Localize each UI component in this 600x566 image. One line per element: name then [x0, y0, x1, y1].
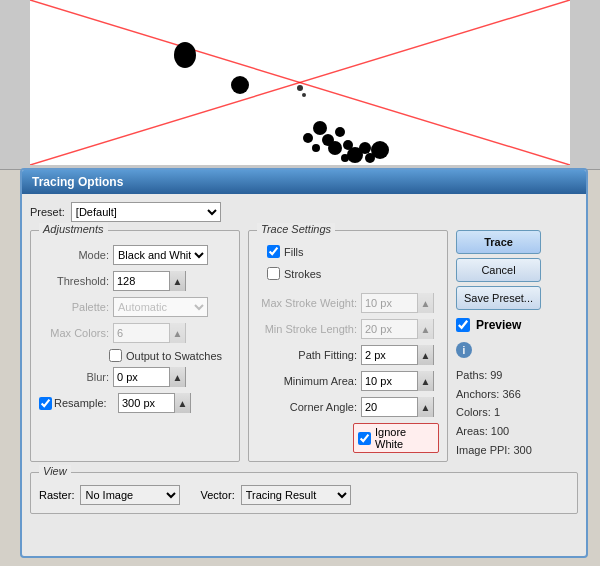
- mode-label: Mode:: [39, 249, 109, 261]
- adjustments-label: Adjustments: [39, 223, 108, 235]
- minimum-area-up-btn[interactable]: ▲: [417, 371, 433, 391]
- min-stroke-length-input: [362, 320, 417, 338]
- dialog-title: Tracing Options: [22, 170, 586, 194]
- threshold-row: Threshold: ▲: [39, 271, 231, 291]
- svg-point-7: [335, 127, 345, 137]
- threshold-up-btn[interactable]: ▲: [169, 271, 185, 291]
- resample-checkbox[interactable]: [39, 397, 52, 410]
- trace-settings-label: Trace Settings: [257, 223, 335, 235]
- svg-point-11: [359, 142, 371, 154]
- resample-spinner[interactable]: ▲: [118, 393, 191, 413]
- minimum-area-input[interactable]: [362, 372, 417, 390]
- max-colors-up-btn: ▲: [169, 323, 185, 343]
- path-fitting-up-btn[interactable]: ▲: [417, 345, 433, 365]
- ignore-white-row: Ignore White: [353, 423, 439, 453]
- fills-strokes-section: Fills Strokes: [257, 245, 439, 285]
- max-stroke-weight-spinner: ▲: [361, 293, 434, 313]
- svg-point-15: [371, 141, 389, 159]
- threshold-spinner[interactable]: ▲: [113, 271, 186, 291]
- output-swatches-label: Output to Swatches: [126, 350, 222, 362]
- threshold-label: Threshold:: [39, 275, 109, 287]
- svg-point-12: [341, 154, 349, 162]
- image-ppi-value: 300: [513, 444, 531, 456]
- threshold-input[interactable]: [114, 272, 169, 290]
- view-label: View: [39, 465, 71, 477]
- blur-up-btn[interactable]: ▲: [169, 367, 185, 387]
- strokes-checkbox[interactable]: [267, 267, 280, 280]
- trace-settings-group: Trace Settings Fills Strokes: [248, 230, 448, 462]
- svg-point-2: [174, 42, 196, 68]
- preview-checkbox[interactable]: [456, 318, 470, 332]
- blur-input[interactable]: [114, 368, 169, 386]
- min-stroke-length-spinner: ▲: [361, 319, 434, 339]
- resample-label: Resample:: [54, 397, 114, 409]
- corner-angle-input[interactable]: [362, 398, 417, 416]
- mode-select[interactable]: Black and White: [113, 245, 208, 265]
- output-swatches-row: Output to Swatches: [109, 349, 231, 362]
- trace-button[interactable]: Trace: [456, 230, 541, 254]
- max-colors-label: Max Colors:: [39, 327, 109, 339]
- blur-row: Blur: ▲: [39, 367, 231, 387]
- preview-row: Preview: [456, 318, 521, 332]
- anchors-label: Anchors:: [456, 388, 499, 400]
- right-panel: Trace Cancel Save Preset... Preview i Pa…: [456, 230, 546, 462]
- fills-checkbox[interactable]: [267, 245, 280, 258]
- fills-label: Fills: [284, 246, 304, 258]
- view-group: View Raster: No Image Vector: Tracing Re…: [30, 472, 578, 514]
- svg-point-16: [297, 85, 303, 91]
- raster-select[interactable]: No Image: [80, 485, 180, 505]
- svg-point-17: [302, 93, 306, 97]
- corner-angle-spinner[interactable]: ▲: [361, 397, 434, 417]
- red-lines-svg: [30, 0, 570, 165]
- preset-row: Preset: [Default]: [30, 202, 578, 222]
- palette-row: Palette: Automatic: [39, 297, 231, 317]
- strokes-row: Strokes: [267, 267, 439, 280]
- areas-stat: Areas: 100: [456, 422, 532, 441]
- canvas-area: [0, 0, 600, 170]
- mode-row: Mode: Black and White: [39, 245, 231, 265]
- stats-info: Paths: 99 Anchors: 366 Colors: 1 Areas: [456, 366, 532, 459]
- ignore-white-label: Ignore White: [375, 426, 434, 450]
- colors-value: 1: [494, 406, 500, 418]
- minimum-area-spinner[interactable]: ▲: [361, 371, 434, 391]
- max-stroke-weight-up-btn: ▲: [417, 293, 433, 313]
- resample-input[interactable]: [119, 394, 174, 412]
- canvas-white: [30, 0, 570, 165]
- colors-stat: Colors: 1: [456, 403, 532, 422]
- view-content: Raster: No Image Vector: Tracing Result: [39, 485, 569, 505]
- image-ppi-stat: Image PPI: 300: [456, 441, 532, 460]
- preset-select[interactable]: [Default]: [71, 202, 221, 222]
- blur-spinner[interactable]: ▲: [113, 367, 186, 387]
- minimum-area-row: Minimum Area: ▲: [257, 371, 439, 391]
- anchors-stat: Anchors: 366: [456, 385, 532, 404]
- paths-label: Paths:: [456, 369, 487, 381]
- info-icon: i: [456, 342, 472, 358]
- ignore-white-checkbox[interactable]: [358, 432, 371, 445]
- preset-label: Preset:: [30, 206, 65, 218]
- blur-label: Blur:: [39, 371, 109, 383]
- palette-select: Automatic: [113, 297, 208, 317]
- resample-up-btn[interactable]: ▲: [174, 393, 190, 413]
- save-preset-button[interactable]: Save Preset...: [456, 286, 541, 310]
- path-fitting-spinner[interactable]: ▲: [361, 345, 434, 365]
- min-stroke-length-row: Min Stroke Length: ▲: [257, 319, 439, 339]
- path-fitting-input[interactable]: [362, 346, 417, 364]
- min-stroke-length-up-btn: ▲: [417, 319, 433, 339]
- stats-section: i Paths: 99 Anchors: 366 Colors: 1: [456, 342, 532, 459]
- max-colors-input: [114, 324, 169, 342]
- preview-label: Preview: [476, 318, 521, 332]
- areas-label: Areas:: [456, 425, 488, 437]
- areas-value: 100: [491, 425, 509, 437]
- vector-label: Vector:: [200, 489, 234, 501]
- max-stroke-weight-label: Max Stroke Weight:: [257, 297, 357, 309]
- vector-select[interactable]: Tracing Result: [241, 485, 351, 505]
- path-fitting-label: Path Fitting:: [257, 349, 357, 361]
- cancel-button[interactable]: Cancel: [456, 258, 541, 282]
- path-fitting-row: Path Fitting: ▲: [257, 345, 439, 365]
- corner-angle-label: Corner Angle:: [257, 401, 357, 413]
- corner-angle-up-btn[interactable]: ▲: [417, 397, 433, 417]
- vector-section: Vector: Tracing Result: [200, 485, 350, 505]
- output-swatches-checkbox[interactable]: [109, 349, 122, 362]
- paths-value: 99: [490, 369, 502, 381]
- max-colors-spinner: ▲: [113, 323, 186, 343]
